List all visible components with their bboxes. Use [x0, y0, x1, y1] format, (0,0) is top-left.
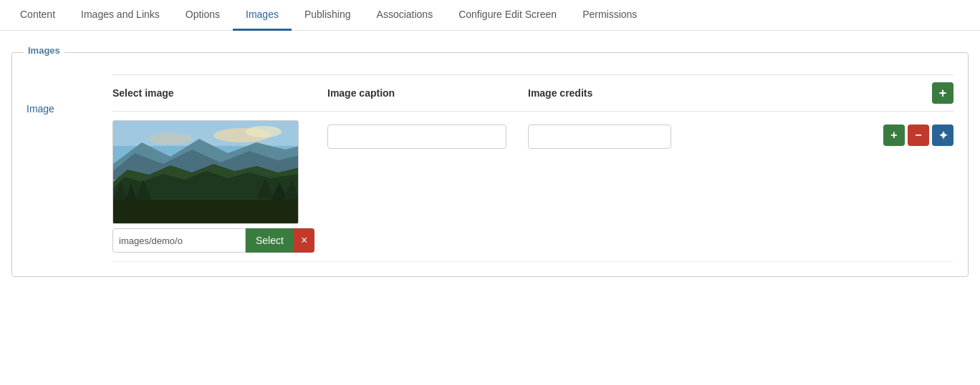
table-row: Select × + − [112, 112, 953, 262]
remove-image-button[interactable]: × [294, 228, 314, 253]
landscape-image [113, 121, 299, 224]
image-preview-cell: Select × [112, 120, 327, 253]
credits-input[interactable] [528, 125, 671, 149]
caption-input[interactable] [327, 125, 506, 149]
move-row-button[interactable]: ✦ [932, 125, 953, 146]
tab-content[interactable]: Content [7, 0, 68, 31]
main-content: Images Image Select image Image caption … [0, 31, 980, 291]
svg-point-3 [246, 126, 282, 137]
fieldset-legend: Images [24, 45, 64, 56]
caption-cell [327, 120, 528, 149]
image-file-input[interactable] [112, 228, 246, 253]
images-fieldset: Images Image Select image Image caption … [11, 52, 969, 277]
col-header-caption: Image caption [327, 87, 528, 99]
tab-configure-edit-screen[interactable]: Configure Edit Screen [446, 0, 570, 31]
col-header-credits: Image credits [528, 87, 925, 99]
image-section: Image Select image Image caption Image c… [27, 74, 953, 262]
tab-bar: Content Images and Links Options Images … [0, 0, 980, 31]
add-row-button-top[interactable]: + [932, 82, 953, 104]
svg-point-4 [149, 133, 192, 145]
tab-images-and-links[interactable]: Images and Links [68, 0, 173, 31]
tab-options[interactable]: Options [173, 0, 233, 31]
table-header: Select image Image caption Image credits… [112, 75, 953, 112]
delete-row-button[interactable]: − [908, 125, 929, 146]
svg-rect-17 [113, 200, 299, 224]
add-row-button[interactable]: + [883, 125, 905, 146]
tab-associations[interactable]: Associations [364, 0, 446, 31]
row-actions: + − ✦ [882, 120, 953, 146]
image-label: Image [27, 74, 112, 114]
col-header-add: + [925, 82, 953, 104]
col-header-select-image: Select image [112, 87, 327, 99]
image-table-area: Select image Image caption Image credits… [112, 74, 953, 262]
image-thumbnail [112, 120, 299, 224]
credits-cell [528, 120, 882, 149]
tab-images[interactable]: Images [233, 0, 292, 31]
tab-publishing[interactable]: Publishing [292, 0, 364, 31]
tab-permissions[interactable]: Permissions [570, 0, 650, 31]
image-file-row: Select × [112, 228, 299, 253]
select-image-button[interactable]: Select [246, 228, 294, 253]
